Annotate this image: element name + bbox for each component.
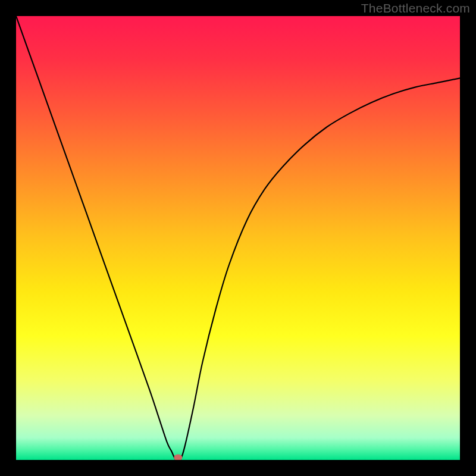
chart-svg <box>16 16 460 460</box>
watermark-text: TheBottleneck.com <box>361 1 470 15</box>
plot-area <box>16 16 460 460</box>
gradient-background <box>16 16 460 460</box>
chart-container: TheBottleneck.com <box>0 0 476 476</box>
